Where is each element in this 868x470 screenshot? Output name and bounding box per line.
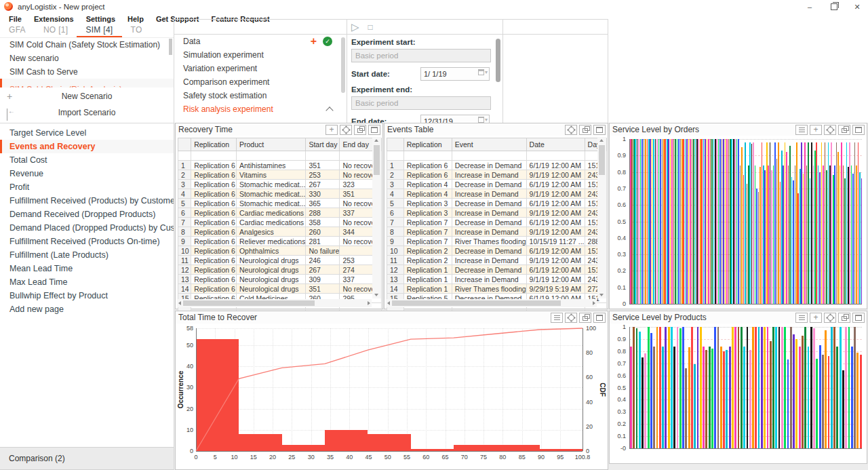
table-row[interactable]: 3Replication 4Decrease in Demand6/1/19 1… <box>387 180 607 189</box>
experiment-item-data[interactable]: Data+✓ <box>174 35 340 48</box>
scrollbar-thumb[interactable] <box>374 145 380 175</box>
sidebar-item-max-lead-time[interactable]: Max Lead Time <box>0 275 174 289</box>
play-icon[interactable]: ▷ <box>351 21 359 33</box>
table-row[interactable]: 6Replication 6Cardiac medications288337 <box>178 208 382 218</box>
add-icon[interactable]: + <box>311 35 317 48</box>
experiment-scrollbar-thumb[interactable] <box>341 37 345 93</box>
experiment-item-comparison-experiment[interactable]: Comparison experiment <box>174 75 340 89</box>
table-row[interactable]: 10Replication 2Decrease in Demand6/1/19 … <box>387 246 607 256</box>
vertical-scrollbar[interactable] <box>597 137 606 298</box>
stop-icon[interactable]: □ <box>368 22 373 32</box>
sidebar-item-demand-received-dropped-products[interactable]: Demand Received (Dropped Products) <box>0 208 174 221</box>
table-row[interactable]: 4Replication 6Stomachic medicat...330351 <box>178 189 382 199</box>
menu-item-extensions[interactable]: Extensions <box>28 15 80 23</box>
table-row[interactable]: 2Replication 6Vitamins253No recovery <box>178 170 382 180</box>
menu-item-help[interactable]: Help <box>121 15 150 23</box>
column-header[interactable]: Event <box>452 138 526 151</box>
sidebar-item-bullwhip-effect-by-product[interactable]: Bullwhip Effect by Product <box>0 289 174 302</box>
column-header[interactable]: Product <box>236 138 305 151</box>
filter-cell[interactable] <box>178 151 191 161</box>
table-row[interactable]: 7Replication 6Cardiac medications358No r… <box>178 218 382 227</box>
table-row[interactable]: 13Replication 6Neurological drugs309337 <box>178 275 382 284</box>
tab-to[interactable]: TO <box>122 24 151 37</box>
column-header[interactable] <box>387 138 404 151</box>
calendar-dropdown-icon[interactable]: ▾ <box>478 117 488 123</box>
table-row[interactable]: 6Replication 3Increase in Demand9/1/19 1… <box>387 208 607 218</box>
sidebar-item-fulfillment-received-products-on-time[interactable]: Fulfillment Received (Products On-time) <box>0 235 174 248</box>
table-row[interactable]: 9Replication 6Reliever medications281No … <box>178 237 382 246</box>
table-row[interactable]: 5Replication 6Stomachic medicat...365No … <box>178 199 382 208</box>
filter-cell[interactable] <box>236 151 305 161</box>
column-header[interactable]: Replication <box>403 138 452 151</box>
legend-icon[interactable] <box>551 313 563 323</box>
copy-icon[interactable] <box>838 125 850 135</box>
filter-cell[interactable] <box>403 151 452 161</box>
maximize-icon[interactable] <box>852 125 865 135</box>
table-row[interactable]: 4Replication 4Increase in Demand9/1/19 1… <box>387 189 607 199</box>
settings-icon[interactable] <box>565 125 577 135</box>
table-row[interactable]: 5Replication 3Decrease in Demand6/1/19 1… <box>387 199 607 208</box>
sidebar-item-fulfillment-late-products[interactable]: Fulfillment (Late Products) <box>0 248 174 262</box>
date-input[interactable]: 1/ 1/19▾ <box>420 67 490 81</box>
table-row[interactable]: 1Replication 6Decrease in Demand6/1/19 1… <box>387 161 607 170</box>
tab-gfa[interactable]: GFA <box>0 24 35 37</box>
table-row[interactable]: 12Replication 1Decrease in Demand6/1/19 … <box>387 265 607 275</box>
sidebar-item-demand-placed-dropped-products-by-customer[interactable]: Demand Placed (Dropped Products) by Cust… <box>0 221 174 235</box>
horizontal-scrollbar[interactable] <box>177 299 372 307</box>
vertical-scrollbar[interactable] <box>372 137 381 298</box>
sidebar-item-target-service-level[interactable]: Target Service Level <box>0 126 174 140</box>
column-header[interactable]: Replication <box>191 138 237 151</box>
table-row[interactable]: 9Replication 7River Thames flooding10/15… <box>387 237 607 246</box>
maximize-icon[interactable] <box>368 125 380 135</box>
minimize-button[interactable]: – <box>797 0 822 14</box>
settings-icon[interactable] <box>565 313 577 323</box>
table-row[interactable]: 8Replication 7Increase in Demand9/1/19 1… <box>387 227 607 237</box>
settings-icon[interactable] <box>340 125 352 135</box>
import-scenario-button[interactable]: Import Scenario <box>0 104 174 121</box>
scenario-item[interactable]: New scenario <box>0 52 174 65</box>
filter-cell[interactable] <box>387 151 404 161</box>
scrollbar-thumb[interactable] <box>599 145 605 175</box>
basic-period-input[interactable]: Basic period <box>351 49 491 62</box>
filter-cell[interactable] <box>306 151 340 161</box>
filter-cell[interactable] <box>191 151 237 161</box>
restore-button[interactable] <box>822 0 846 14</box>
column-header[interactable]: Date <box>526 138 585 151</box>
experiment-item-simulation-experiment[interactable]: Simulation experiment <box>174 48 340 62</box>
basic-period-input[interactable]: Basic period <box>351 96 491 110</box>
horizontal-scrollbar[interactable] <box>386 299 597 307</box>
table-row[interactable]: 14Replication 6Neurological drugs351No r… <box>178 284 382 294</box>
settings-scrollbar-thumb[interactable] <box>496 39 500 82</box>
add-icon[interactable]: + <box>810 313 822 323</box>
scenario-scrollbar-thumb[interactable] <box>169 39 172 55</box>
legend-icon[interactable] <box>795 125 808 135</box>
comparison-bar[interactable]: Comparison (2) <box>0 447 182 470</box>
table-row[interactable]: 1Replication 6Antihistamines351No recove… <box>178 161 382 170</box>
copy-icon[interactable] <box>354 125 366 135</box>
filter-cell[interactable] <box>452 151 526 161</box>
sidebar-item-total-cost[interactable]: Total Cost <box>0 153 174 167</box>
column-header[interactable]: Start day <box>306 138 340 151</box>
table-row[interactable]: 3Replication 6Stomachic medicat...267323 <box>178 180 382 189</box>
add-icon[interactable]: + <box>810 125 822 135</box>
chevron-up-icon[interactable] <box>326 106 333 114</box>
scenario-item[interactable]: SIM Cash to Serve <box>0 65 174 79</box>
tab-no-1[interactable]: NO [1] <box>35 24 77 37</box>
menu-item-file[interactable]: File <box>3 15 28 23</box>
calendar-dropdown-icon[interactable]: ▾ <box>478 69 488 75</box>
maximize-icon[interactable] <box>593 125 606 135</box>
scrollbar-thumb[interactable] <box>392 300 561 306</box>
settings-icon[interactable] <box>824 313 836 323</box>
sidebar-item-events-and-recovery[interactable]: Events and Recovery <box>0 140 174 153</box>
copy-icon[interactable] <box>838 313 850 323</box>
experiment-item-safety-stock-estimation[interactable]: Safety stock estimation <box>174 89 340 102</box>
experiment-item-risk-analysis-experiment[interactable]: Risk analysis experiment <box>174 102 340 116</box>
table-row[interactable]: 10Replication 6OphthalmicsNo failure <box>178 246 382 256</box>
table-row[interactable]: 14Replication 1River Thames flooding9/29… <box>387 284 607 294</box>
table-row[interactable]: 2Replication 6Increase in Demand9/1/19 1… <box>387 170 607 180</box>
close-button[interactable]: ✕ <box>845 0 868 14</box>
table-row[interactable]: 13Replication 1Increase in Demand9/1/19 … <box>387 275 607 284</box>
experiment-item-variation-experiment[interactable]: Variation experiment <box>174 62 340 75</box>
sidebar-item-fulfillment-received-products-by-customer[interactable]: Fulfillment Received (Products) by Custo… <box>0 194 174 208</box>
column-header[interactable] <box>178 138 191 151</box>
